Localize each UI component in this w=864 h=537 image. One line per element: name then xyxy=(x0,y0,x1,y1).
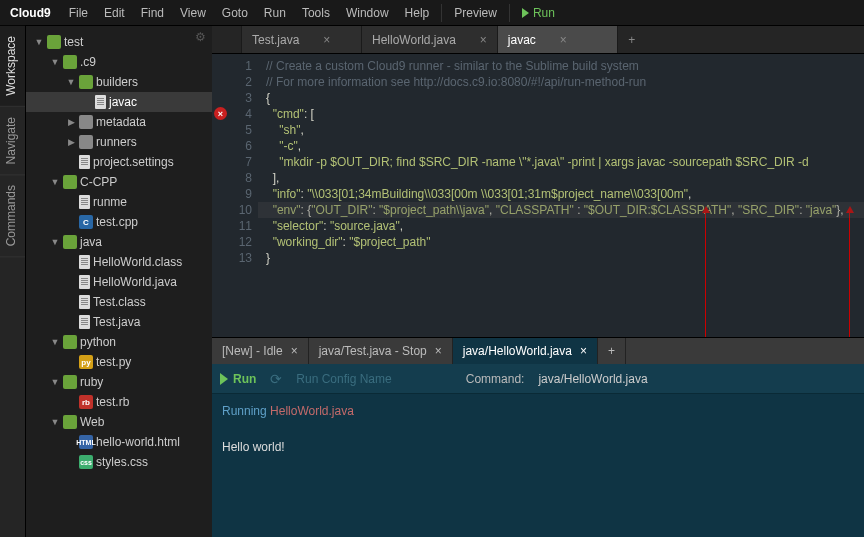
add-tab-button[interactable]: + xyxy=(598,338,626,364)
tree-item[interactable]: C-CPP xyxy=(26,172,212,192)
editor-tab[interactable]: HelloWorld.java× xyxy=(362,26,498,53)
close-icon[interactable]: × xyxy=(480,33,487,47)
close-icon[interactable]: × xyxy=(560,33,567,47)
chevron-icon[interactable] xyxy=(50,417,60,427)
error-icon[interactable]: × xyxy=(214,107,227,120)
tree-label: HelloWorld.class xyxy=(93,255,182,269)
tab-label: HelloWorld.java xyxy=(372,33,456,47)
py-icon: py xyxy=(79,355,93,369)
tree-item[interactable]: test xyxy=(26,32,212,52)
chevron-icon[interactable] xyxy=(50,377,60,387)
tree-label: test xyxy=(64,35,83,49)
reload-icon[interactable]: ⟳ xyxy=(270,371,282,387)
console-tab[interactable]: java/HelloWorld.java× xyxy=(453,338,598,364)
console-output[interactable]: Running HelloWorld.java Hello world! xyxy=(212,394,864,464)
tree-item[interactable]: project.settings xyxy=(26,152,212,172)
folder-green-icon xyxy=(63,55,77,69)
console-tabbar: [New] - Idle×java/Test.java - Stop×java/… xyxy=(212,338,864,364)
run-label: Run xyxy=(233,372,256,386)
tab-label: java/HelloWorld.java xyxy=(463,344,572,358)
menu-file[interactable]: File xyxy=(61,6,96,20)
tree-item[interactable]: Web xyxy=(26,412,212,432)
tree-item[interactable]: cssstyles.css xyxy=(26,452,212,472)
html-icon: HTML xyxy=(79,435,93,449)
close-icon[interactable]: × xyxy=(291,344,298,358)
tree-item[interactable]: ruby xyxy=(26,372,212,392)
tree-item[interactable]: metadata xyxy=(26,112,212,132)
file-white-icon xyxy=(79,295,90,309)
command-value[interactable]: java/HelloWorld.java xyxy=(538,372,647,386)
menu-help[interactable]: Help xyxy=(397,6,438,20)
tab-label: java/Test.java - Stop xyxy=(319,344,427,358)
run-config-placeholder[interactable]: Run Config Name xyxy=(296,372,391,386)
tree-item[interactable]: Test.java xyxy=(26,312,212,332)
menu-goto[interactable]: Goto xyxy=(214,6,256,20)
tree-item[interactable]: Test.class xyxy=(26,292,212,312)
menu-edit[interactable]: Edit xyxy=(96,6,133,20)
tree-label: test.cpp xyxy=(96,215,138,229)
close-icon[interactable]: × xyxy=(580,344,587,358)
console-run-button[interactable]: Run xyxy=(220,372,256,386)
chevron-icon[interactable] xyxy=(66,117,76,127)
chevron-icon[interactable] xyxy=(66,77,76,87)
tree-item[interactable]: HTMLhello-world.html xyxy=(26,432,212,452)
file-white-icon xyxy=(79,155,90,169)
menu-run-button[interactable]: Run xyxy=(514,6,563,20)
tree-label: project.settings xyxy=(93,155,174,169)
add-tab-button[interactable]: + xyxy=(618,26,646,53)
tree-label: HelloWorld.java xyxy=(93,275,177,289)
vtab-workspace[interactable]: Workspace xyxy=(0,26,25,107)
chevron-icon[interactable] xyxy=(34,37,44,47)
vtab-commands[interactable]: Commands xyxy=(0,175,25,257)
tab-label: [New] - Idle xyxy=(222,344,283,358)
folder-green-icon xyxy=(63,335,77,349)
menu-view[interactable]: View xyxy=(172,6,214,20)
vtab-navigate[interactable]: Navigate xyxy=(0,107,25,175)
tree-item[interactable]: python xyxy=(26,332,212,352)
tree-item[interactable]: builders xyxy=(26,72,212,92)
logo[interactable]: Cloud9 xyxy=(6,6,61,20)
tree-label: metadata xyxy=(96,115,146,129)
tree-item[interactable]: java xyxy=(26,232,212,252)
tree-label: C-CPP xyxy=(80,175,117,189)
tree-item[interactable]: HelloWorld.class xyxy=(26,252,212,272)
chevron-icon[interactable] xyxy=(50,57,60,67)
tree-item[interactable]: .c9 xyxy=(26,52,212,72)
tree-item[interactable]: runme xyxy=(26,192,212,212)
tree-label: Test.class xyxy=(93,295,146,309)
close-icon[interactable]: × xyxy=(435,344,442,358)
command-label: Command: xyxy=(466,372,525,386)
chevron-icon[interactable] xyxy=(50,177,60,187)
gear-icon[interactable]: ⚙ xyxy=(195,30,206,44)
tree-item[interactable]: runners xyxy=(26,132,212,152)
editor-tab[interactable]: javac× xyxy=(498,26,618,53)
tree-item[interactable]: Ctest.cpp xyxy=(26,212,212,232)
tree-label: Test.java xyxy=(93,315,140,329)
tree-label: runners xyxy=(96,135,137,149)
tree-item[interactable]: HelloWorld.java xyxy=(26,272,212,292)
file-white-icon xyxy=(79,315,90,329)
menu-find[interactable]: Find xyxy=(133,6,172,20)
close-icon[interactable]: × xyxy=(323,33,330,47)
tree-label: python xyxy=(80,335,116,349)
menu-tools[interactable]: Tools xyxy=(294,6,338,20)
console-tab[interactable]: java/Test.java - Stop× xyxy=(309,338,453,364)
menu-window[interactable]: Window xyxy=(338,6,397,20)
file-white-icon xyxy=(95,95,106,109)
menu-preview[interactable]: Preview xyxy=(446,6,505,20)
console-tab[interactable]: [New] - Idle× xyxy=(212,338,309,364)
tree-item[interactable]: rbtest.rb xyxy=(26,392,212,412)
code-lines[interactable]: // Create a custom Cloud9 runner - simil… xyxy=(258,54,864,337)
tree-item[interactable]: javac xyxy=(26,92,212,112)
play-icon xyxy=(220,373,228,385)
tab-label: Test.java xyxy=(252,33,299,47)
chevron-icon[interactable] xyxy=(50,237,60,247)
code-editor[interactable]: 1234×5678910111213 // Create a custom Cl… xyxy=(212,54,864,337)
tree-item[interactable]: pytest.py xyxy=(26,352,212,372)
tree-label: Web xyxy=(80,415,104,429)
editor-tab[interactable]: Test.java× xyxy=(242,26,362,53)
tree-label: styles.css xyxy=(96,455,148,469)
menu-run[interactable]: Run xyxy=(256,6,294,20)
chevron-icon[interactable] xyxy=(50,337,60,347)
chevron-icon[interactable] xyxy=(66,137,76,147)
